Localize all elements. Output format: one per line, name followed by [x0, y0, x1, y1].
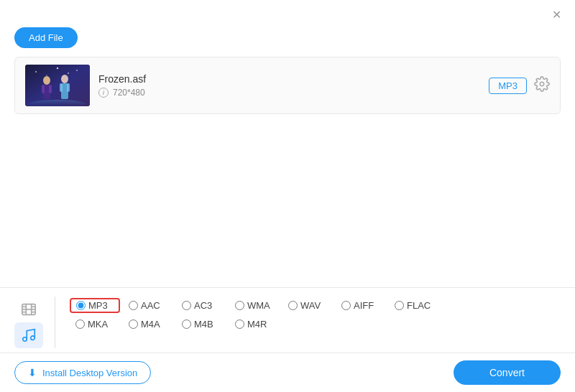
format-label-mka: MKA — [88, 319, 108, 330]
format-option-m4b[interactable]: M4B — [176, 317, 226, 331]
install-button[interactable]: ⬇ Install Desktop Version — [14, 361, 151, 384]
format-option-mp3[interactable]: MP3 — [70, 298, 120, 313]
file-thumbnail — [25, 65, 90, 106]
format-radio-mka[interactable] — [75, 319, 85, 329]
download-icon: ⬇ — [28, 367, 37, 378]
file-resolution: 720*480 — [113, 88, 145, 98]
tab-video[interactable] — [14, 297, 43, 322]
file-info: Frozen.asf i 720*480 — [98, 73, 480, 98]
svg-point-15 — [540, 82, 544, 86]
settings-icon[interactable] — [534, 76, 550, 95]
title-bar: ✕ — [0, 0, 575, 22]
format-label-ac3: AC3 — [194, 300, 212, 311]
format-selector: MP3 AAC AC3 WMA WAV — [0, 288, 575, 353]
tab-audio[interactable] — [14, 322, 43, 348]
format-option-mka[interactable]: MKA — [70, 317, 120, 331]
add-file-button[interactable]: Add File — [14, 27, 78, 48]
format-option-m4a[interactable]: M4A — [123, 317, 173, 331]
convert-button[interactable]: Convert — [454, 360, 561, 385]
svg-point-5 — [68, 73, 69, 74]
info-icon[interactable]: i — [98, 88, 109, 98]
format-label-aiff: AIFF — [354, 300, 374, 311]
format-radio-aiff[interactable] — [341, 301, 351, 310]
format-label-m4r: M4R — [247, 319, 267, 330]
formats-grid: MP3 AAC AC3 WMA WAV — [70, 297, 561, 331]
format-label-m4a: M4A — [141, 319, 160, 330]
svg-point-2 — [57, 67, 58, 69]
format-option-flac[interactable]: FLAC — [389, 299, 439, 312]
bottom-panel: MP3 AAC AC3 WMA WAV — [0, 287, 575, 392]
media-type-tabs — [14, 297, 55, 348]
format-radio-wav[interactable] — [288, 301, 298, 310]
svg-point-10 — [61, 75, 68, 83]
formats-row-1: MP3 AAC AC3 WMA WAV — [70, 298, 561, 313]
format-label-mp3: MP3 — [88, 300, 108, 311]
close-button[interactable]: ✕ — [549, 7, 564, 22]
format-label-wma: WMA — [247, 300, 270, 311]
svg-point-25 — [31, 336, 35, 340]
format-badge-button[interactable]: MP3 — [489, 78, 527, 94]
svg-point-1 — [35, 71, 37, 73]
toolbar: Add File — [0, 22, 575, 57]
format-option-aac[interactable]: AAC — [123, 299, 173, 312]
format-radio-wma[interactable] — [235, 301, 244, 310]
file-meta: i 720*480 — [98, 88, 480, 98]
format-option-ac3[interactable]: AC3 — [176, 299, 226, 312]
format-label-wav: WAV — [300, 300, 321, 311]
format-radio-aac[interactable] — [129, 301, 138, 310]
svg-rect-8 — [42, 85, 45, 93]
content-area — [0, 114, 575, 258]
formats-row-2: MKA M4A M4B M4R — [70, 317, 561, 331]
format-option-wma[interactable]: WMA — [229, 299, 280, 312]
svg-point-4 — [46, 75, 47, 76]
svg-point-6 — [43, 76, 50, 85]
file-list: Frozen.asf i 720*480 MP3 — [14, 57, 561, 114]
format-option-wav[interactable]: WAV — [282, 299, 333, 312]
format-radio-mp3[interactable] — [76, 301, 86, 310]
svg-point-24 — [23, 337, 27, 342]
svg-point-3 — [76, 70, 78, 71]
thumbnail-image — [25, 65, 90, 106]
format-label-aac: AAC — [141, 300, 160, 311]
format-radio-flac[interactable] — [395, 301, 404, 310]
format-radio-ac3[interactable] — [182, 301, 191, 310]
svg-rect-12 — [60, 83, 63, 92]
format-label-m4b: M4B — [194, 319, 213, 330]
format-option-aiff[interactable]: AIFF — [336, 299, 386, 312]
format-radio-m4r[interactable] — [235, 319, 244, 329]
format-option-m4r[interactable]: M4R — [229, 317, 280, 331]
svg-rect-9 — [49, 85, 52, 93]
install-label: Install Desktop Version — [42, 368, 137, 378]
file-item: Frozen.asf i 720*480 MP3 — [15, 57, 560, 113]
file-name: Frozen.asf — [98, 73, 480, 85]
format-radio-m4b[interactable] — [182, 319, 191, 329]
format-radio-m4a[interactable] — [129, 319, 138, 329]
svg-rect-13 — [67, 83, 70, 92]
format-label-flac: FLAC — [407, 300, 431, 311]
file-actions: MP3 — [489, 76, 550, 95]
action-bar: ⬇ Install Desktop Version Convert — [0, 353, 575, 392]
